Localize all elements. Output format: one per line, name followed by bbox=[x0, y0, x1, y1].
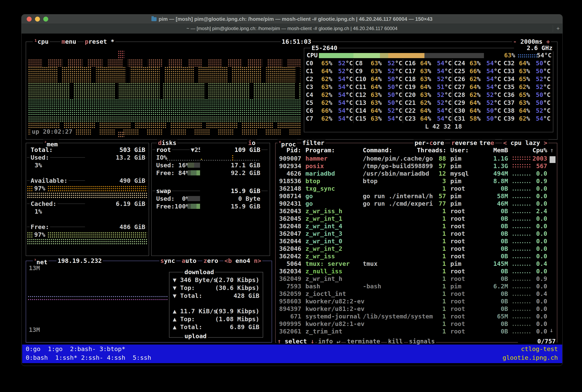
cpu-core-cell: C1863%52°C bbox=[405, 76, 452, 82]
cpu-model[interactable]: E5-2640 bbox=[311, 44, 338, 51]
tmux-windows-line1[interactable]: 0:go 1:go 2:bash- 3:btop* bbox=[26, 345, 125, 352]
proc-percore-button[interactable]: per-core bbox=[414, 140, 445, 146]
mem-used-value: 13.2 GiB bbox=[85, 154, 146, 161]
disk-root-free-value: 92.2 GiB bbox=[200, 170, 261, 176]
mem-used-label: Used: bbox=[30, 154, 50, 161]
mem-cached-percent: 1% bbox=[34, 208, 42, 215]
cpu-core-cell: C1763%54°C bbox=[405, 68, 452, 74]
proc-header-threads[interactable]: Threads: bbox=[415, 147, 446, 154]
proc-header-pid[interactable]: Pid: bbox=[278, 147, 301, 154]
proc-header-user[interactable]: User: bbox=[450, 147, 469, 154]
net-down-total: ▼ Total: bbox=[173, 292, 202, 299]
tab-bar: ~ — [mosh] pim@glootie.ipng.ch: /home/pi… bbox=[21, 24, 563, 34]
disk-swap-used-value: 0 Byte bbox=[200, 195, 261, 202]
proc-signals-button[interactable]: signals bbox=[408, 338, 436, 344]
mem-available-label: Available: bbox=[30, 177, 69, 184]
net-upload-label: upload bbox=[183, 333, 208, 340]
disk-swap-free-label: Free:100% bbox=[155, 203, 190, 210]
net-zero-button[interactable]: zero bbox=[202, 257, 219, 264]
cpu-core-cell: C2264%54°C bbox=[405, 107, 452, 114]
window-title: pim — [mosh] pim@glootie.ipng.ch: /home/… bbox=[21, 16, 563, 22]
cpu-core-cell: C1363%50°C bbox=[355, 99, 402, 106]
mem-free-percent: 97% bbox=[33, 231, 46, 238]
disks-io-button[interactable]: io bbox=[247, 140, 256, 146]
cpu-core-cell: C2463%54°C bbox=[454, 60, 501, 66]
proc-tree-button[interactable]: tree bbox=[478, 140, 495, 146]
cpu-core-cell: C3562%52°C bbox=[504, 84, 551, 90]
proc-scrollbar-thumb[interactable] bbox=[550, 156, 556, 163]
proc-header-cpu[interactable]: Cpu% bbox=[526, 147, 547, 154]
cpu-core-cell: C963%52°C bbox=[355, 68, 402, 74]
proc-header-mem[interactable]: MemB bbox=[486, 147, 508, 154]
cpu-core-cell: C164%52°C bbox=[306, 68, 353, 74]
preset-button[interactable]: preset * bbox=[84, 38, 115, 45]
disk-root-used-value: 17.1 GiB bbox=[200, 162, 261, 168]
cpu-core-cell: C1664%54°C bbox=[405, 60, 452, 66]
proc-select-control[interactable]: ↑ select ↓ bbox=[276, 338, 315, 344]
menu-button[interactable]: menu bbox=[60, 38, 77, 45]
cpu-total-temp: 54°C bbox=[534, 52, 552, 58]
proc-header-program[interactable]: Program: bbox=[305, 147, 335, 154]
net-interface-switcher[interactable]: <b eno4 n> bbox=[223, 257, 262, 264]
cpu-core-cell: C262%54°C bbox=[306, 76, 353, 82]
cpu-core-cell: C065%52°C bbox=[306, 60, 353, 66]
mem-used-percent: 3% bbox=[34, 162, 42, 168]
tmux-windows-line2[interactable]: 0:bash 1:ssh* 2:ssh- 4:ssh 5:ssh bbox=[26, 354, 151, 361]
net-up-total: ▲ Total: bbox=[173, 324, 202, 330]
tmux-status-bar: 0:go 1:go 2:bash- 3:btop* 0:bash 1:ssh* … bbox=[22, 344, 562, 363]
cpu-core-cell: C2162%52°C bbox=[405, 99, 452, 106]
cpu-core-cell: C1164%50°C bbox=[355, 84, 402, 90]
disk-swap-name[interactable]: swap bbox=[155, 188, 172, 194]
tab-title[interactable]: ~ — [mosh] pim@glootie.ipng.ch: /home/pi… bbox=[21, 26, 563, 31]
cpu-core-cell: C3864%52°C bbox=[504, 107, 551, 114]
disks-box-title[interactable]: disks bbox=[157, 140, 177, 146]
cpu-core-cell: C1064%50°C bbox=[355, 76, 402, 82]
disk-io-graph bbox=[167, 160, 259, 161]
net-download-graph-line bbox=[28, 296, 168, 297]
cpu-core-cell: C2063%52°C bbox=[405, 91, 452, 98]
cpu-core-cell: C762%54°C bbox=[306, 115, 353, 122]
load-average: L 42 32 18 bbox=[425, 123, 462, 130]
cpu-core-cell: C2364%54°C bbox=[405, 115, 452, 122]
cpu-core-cell: C1464%52°C bbox=[355, 107, 402, 114]
cpu-total-label: CPU bbox=[307, 52, 318, 58]
proc-terminate-button[interactable]: terminate bbox=[346, 338, 381, 344]
proc-header-command[interactable]: Command: bbox=[363, 147, 392, 154]
proc-sort-selector[interactable]: < cpu lazy > bbox=[502, 140, 549, 146]
disk-root-name[interactable]: root bbox=[155, 146, 172, 153]
mem-free-graph bbox=[47, 232, 147, 238]
cpu-core-cell: C462%54°C bbox=[306, 91, 353, 98]
new-tab-button[interactable]: + bbox=[553, 25, 560, 32]
cpu-core-cell: C3064%50°C bbox=[454, 107, 501, 114]
cpu-core-cell: C1263%50°C bbox=[355, 91, 402, 98]
mem-total-label: Total: bbox=[30, 146, 54, 153]
cpu-core-cell: C363%54°C bbox=[306, 84, 353, 90]
net-down-top: ▼ Top: bbox=[173, 284, 195, 291]
net-sync-button[interactable]: sync bbox=[159, 257, 176, 264]
cpu-core-cell: C666%54°C bbox=[306, 107, 353, 114]
proc-filter-button[interactable]: filter bbox=[301, 140, 325, 146]
cpu-box-title[interactable]: ¹cpu bbox=[33, 38, 50, 45]
cpu-core-cell: C2862%52°C bbox=[454, 91, 501, 98]
net-download-label: download bbox=[183, 268, 215, 275]
proc-kill-button[interactable]: kill bbox=[387, 338, 404, 344]
net-auto-button[interactable]: auto bbox=[181, 257, 197, 264]
update-interval: - 2000ms + bbox=[512, 38, 551, 45]
net-up-top: ▲ Top: bbox=[173, 316, 195, 322]
sort-direction-icon: ↑ bbox=[550, 147, 554, 154]
cpu-core-cell: C2566%54°C bbox=[454, 68, 501, 74]
net-scale-bottom: 13M bbox=[29, 326, 40, 333]
proc-reverse-button[interactable]: reverse bbox=[450, 140, 478, 146]
disk-root-io-label: IO% bbox=[155, 154, 168, 161]
net-down-speed: ▼ 346 Byte/s bbox=[173, 276, 217, 283]
cpu-core-cell: C1964%51°C bbox=[405, 84, 452, 90]
mem-total-value: 503 GiB bbox=[85, 146, 146, 153]
proc-info-button[interactable]: info ↵ bbox=[317, 338, 341, 344]
interval-plus-button[interactable]: + bbox=[546, 38, 550, 45]
cpu-core-cell: C2764%54°C bbox=[454, 84, 501, 90]
net-upload-graph-line bbox=[28, 299, 168, 300]
mem-cached-value: 6.19 GiB bbox=[85, 200, 146, 207]
window-titlebar: pim — [mosh] pim@glootie.ipng.ch: /home/… bbox=[21, 14, 563, 24]
interval-minus-button[interactable]: - bbox=[513, 38, 517, 45]
mem-available-graph bbox=[47, 186, 147, 192]
